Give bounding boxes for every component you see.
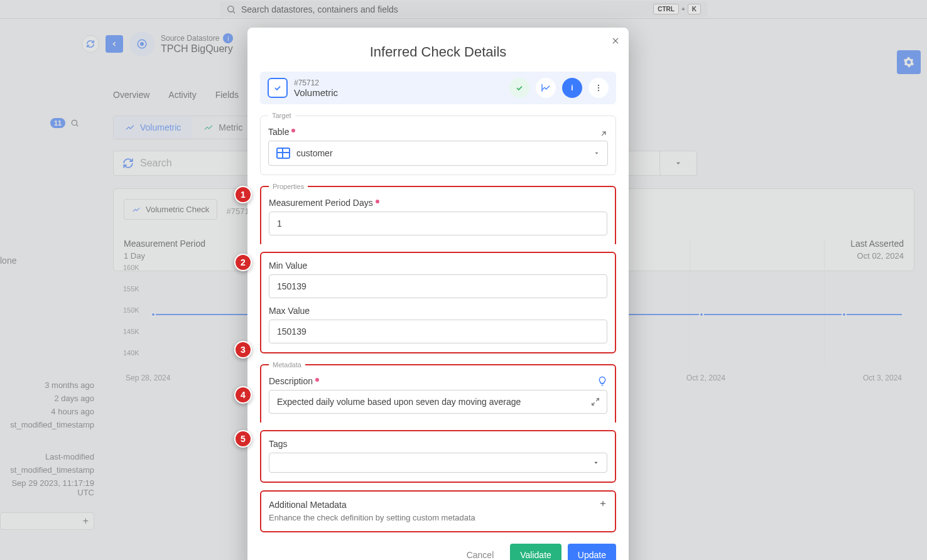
add-metadata-button[interactable]	[599, 499, 607, 510]
update-button[interactable]: Update	[568, 544, 616, 560]
callout-4: 4	[234, 386, 252, 404]
chevron-down-icon	[594, 150, 600, 156]
min-max-section: Min Value Max Value	[260, 252, 616, 353]
description-section: Metadata Description	[260, 361, 616, 423]
svg-point-11	[598, 87, 599, 89]
close-button[interactable]	[611, 36, 620, 48]
max-value-label: Max Value	[269, 306, 310, 316]
additional-metadata-label: Additional Metadata	[269, 500, 347, 510]
svg-marker-17	[595, 462, 598, 464]
validate-button[interactable]: Validate	[510, 544, 561, 560]
table-label: Table	[268, 127, 289, 137]
measurement-period-input[interactable]	[269, 212, 607, 235]
measurement-period-section: Properties Measurement Period Days	[260, 183, 616, 244]
required-dot-icon	[376, 200, 379, 203]
check-header: #75712 Volumetric i	[260, 72, 616, 104]
tags-section: Tags	[260, 430, 616, 483]
inferred-check-details-modal: Inferred Check Details #75712 Volumetric…	[247, 28, 629, 560]
description-label: Description	[269, 376, 313, 386]
callout-5: 5	[234, 430, 252, 448]
tags-label: Tags	[269, 439, 288, 449]
additional-metadata-subtitle: Enhance the check definition by setting …	[269, 513, 607, 522]
close-icon	[611, 36, 620, 45]
properties-legend: Properties	[269, 183, 308, 190]
modal-title: Inferred Check Details	[260, 44, 616, 60]
check-name: Volumetric	[294, 87, 503, 98]
open-link-icon[interactable]	[599, 129, 608, 138]
svg-point-12	[598, 90, 599, 91]
min-value-label: Min Value	[269, 261, 307, 271]
more-button[interactable]	[588, 78, 609, 98]
svg-line-13	[602, 132, 605, 136]
required-dot-icon	[291, 129, 295, 132]
chart-line-icon	[541, 83, 551, 93]
svg-line-16	[592, 402, 595, 405]
description-input[interactable]	[269, 390, 607, 414]
check-type-icon	[268, 78, 288, 98]
svg-point-10	[598, 85, 599, 86]
check-id: #75712	[294, 78, 503, 87]
tags-select[interactable]	[269, 453, 607, 473]
checkbox-icon	[273, 83, 282, 92]
more-vertical-icon	[594, 83, 603, 92]
svg-marker-14	[595, 153, 599, 154]
callout-1: 1	[234, 186, 252, 203]
chevron-down-icon	[593, 460, 599, 466]
metadata-legend: Metadata	[269, 361, 305, 369]
table-select[interactable]: customer	[268, 141, 608, 166]
info-button[interactable]: i	[562, 78, 582, 98]
pass-status-icon[interactable]	[509, 78, 529, 98]
target-section: Target Table customer	[260, 112, 616, 175]
target-legend: Target	[268, 112, 295, 119]
additional-metadata-section: Additional Metadata Enhance the check de…	[260, 490, 616, 532]
modal-footer: Cancel Validate Update	[260, 544, 616, 560]
required-dot-icon	[315, 378, 319, 382]
info-icon: i	[571, 83, 573, 92]
table-icon	[276, 148, 290, 159]
min-value-input[interactable]	[269, 274, 607, 298]
chart-button[interactable]	[536, 78, 556, 98]
table-value: customer	[296, 148, 333, 158]
callout-3: 3	[234, 341, 252, 358]
bulb-icon[interactable]	[597, 376, 607, 386]
svg-line-15	[596, 399, 599, 401]
expand-icon[interactable]	[591, 397, 600, 406]
max-value-input[interactable]	[269, 320, 607, 343]
callout-2: 2	[234, 254, 252, 271]
measurement-period-label: Measurement Period Days	[269, 198, 373, 208]
plus-icon	[599, 499, 607, 508]
cancel-button[interactable]: Cancel	[457, 544, 504, 560]
